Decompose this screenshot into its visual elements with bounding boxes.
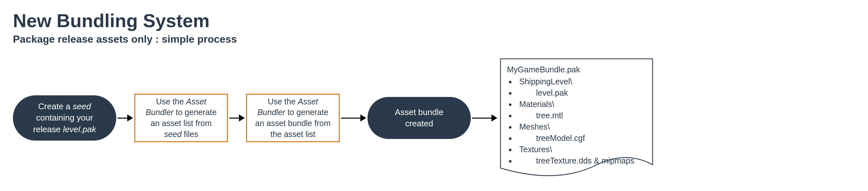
step-4-created: Asset bundle created	[368, 97, 471, 139]
em-seed: seed	[164, 130, 182, 139]
step-1-seed: Create a seed containing your release le…	[13, 96, 116, 141]
list-item: level.pak	[516, 87, 646, 99]
list-item: tree.mtl	[516, 110, 646, 121]
step-3-asset-bundle: Use the Asset Bundler to generate an ass…	[246, 94, 340, 142]
em-levelpak: level.pak	[63, 125, 96, 134]
document-content: MyGameBundle.pak ShippingLevel\level.pak…	[507, 64, 646, 166]
document-filename: MyGameBundle.pak	[507, 64, 646, 75]
text-fragment: Create a	[38, 102, 73, 111]
arrow-icon	[229, 114, 245, 121]
file-entry: Meshes\	[517, 121, 550, 133]
arrow-icon	[118, 114, 133, 121]
list-item: treeTexture.dds & mipmaps	[516, 155, 646, 166]
list-item: Meshes\	[516, 121, 646, 133]
step-2-asset-list: Use the Asset Bundler to generate an ass…	[134, 94, 228, 142]
file-entry: tree.mtl	[517, 110, 563, 121]
list-item: treeModel.cgf	[516, 133, 646, 144]
diagram-subtitle: Package release assets only : simple pro…	[13, 33, 855, 45]
arrow-icon	[341, 114, 366, 121]
file-entry: ShippingLevel\	[517, 76, 572, 87]
list-item: Textures\	[516, 144, 646, 155]
list-item: Materials\	[516, 99, 646, 110]
text-fragment: Use the	[268, 97, 298, 106]
step-1-text: Create a seed containing your release le…	[25, 101, 104, 135]
text-fragment: Use the	[156, 97, 186, 106]
text-fragment: files	[182, 130, 198, 139]
file-entry: Materials\	[517, 99, 554, 110]
list-item: ShippingLevel\	[516, 76, 646, 87]
diagram-title: New Bundling System	[13, 10, 855, 31]
file-entry: level.pak	[517, 87, 568, 99]
arrow-icon	[472, 114, 497, 121]
step-2-text: Use the Asset Bundler to generate an ass…	[141, 96, 221, 140]
document-file-list: ShippingLevel\level.pakMaterials\tree.mt…	[507, 76, 646, 166]
output-document: MyGameBundle.pak ShippingLevel\level.pak…	[500, 58, 653, 178]
step-4-text: Asset bundle created	[380, 107, 459, 129]
em-seed: seed	[73, 102, 91, 111]
step-3-text: Use the Asset Bundler to generate an ass…	[253, 96, 333, 140]
file-entry: Textures\	[517, 144, 552, 155]
flow-row: Create a seed containing your release le…	[13, 58, 855, 178]
file-entry: treeTexture.dds & mipmaps	[517, 155, 634, 166]
file-entry: treeModel.cgf	[517, 133, 585, 144]
